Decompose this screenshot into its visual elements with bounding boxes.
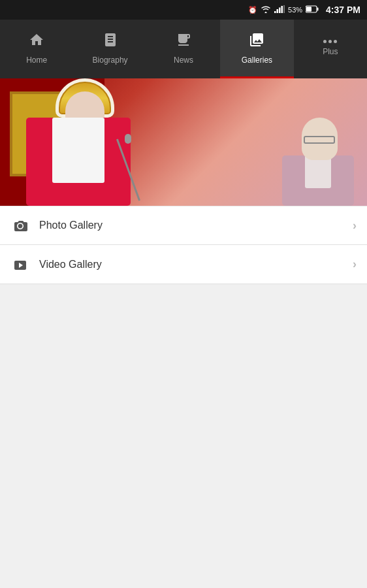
film-icon bbox=[10, 255, 30, 274]
biography-icon bbox=[103, 32, 118, 52]
gallery-list: Photo Gallery › Video Gallery › bbox=[0, 206, 367, 284]
home-icon bbox=[29, 32, 44, 52]
photo-gallery-label: Photo Gallery bbox=[39, 220, 353, 231]
svg-rect-0 bbox=[274, 11, 276, 13]
status-icons: ⏰ 53% bbox=[248, 5, 360, 15]
nav-label-news: News bbox=[174, 56, 193, 65]
alarm-icon: ⏰ bbox=[248, 6, 257, 14]
nav-label-plus: Plus bbox=[323, 47, 338, 56]
nav-label-biography: Biography bbox=[93, 56, 128, 65]
second-figure bbox=[282, 118, 354, 206]
sf-collar bbox=[305, 155, 331, 188]
svg-rect-4 bbox=[283, 5, 285, 13]
nav-item-home[interactable]: Home bbox=[0, 20, 73, 78]
camera-icon bbox=[10, 216, 30, 235]
battery-icon bbox=[306, 5, 319, 14]
nav-bar: Home Biography News Galleries bbox=[0, 20, 367, 78]
mic-head bbox=[125, 134, 131, 144]
svg-rect-1 bbox=[277, 9, 279, 13]
svg-rect-3 bbox=[281, 6, 283, 13]
hero-image bbox=[0, 78, 367, 206]
nav-item-plus[interactable]: Plus bbox=[294, 20, 367, 78]
nav-item-galleries[interactable]: Galleries bbox=[220, 20, 293, 78]
photo-gallery-item[interactable]: Photo Gallery › bbox=[0, 206, 367, 245]
plus-dots-icon bbox=[323, 40, 337, 43]
nav-item-news[interactable]: News bbox=[147, 20, 220, 78]
galleries-icon bbox=[249, 32, 264, 52]
nav-label-galleries: Galleries bbox=[242, 56, 272, 65]
news-icon bbox=[176, 32, 191, 52]
status-bar: ⏰ 53% bbox=[0, 0, 367, 20]
nav-item-biography[interactable]: Biography bbox=[73, 20, 146, 78]
nav-label-home: Home bbox=[26, 56, 47, 65]
wifi-icon bbox=[261, 5, 271, 14]
svg-rect-2 bbox=[279, 8, 281, 14]
video-gallery-chevron: › bbox=[353, 257, 357, 271]
svg-rect-6 bbox=[306, 7, 311, 12]
signal-icon bbox=[274, 5, 285, 14]
video-gallery-label: Video Gallery bbox=[39, 259, 353, 270]
photo-gallery-chevron: › bbox=[353, 219, 357, 233]
video-gallery-item[interactable]: Video Gallery › bbox=[0, 245, 367, 284]
svg-rect-7 bbox=[317, 8, 319, 11]
sf-glasses bbox=[304, 136, 335, 144]
battery-percentage: 53% bbox=[288, 6, 302, 14]
status-time: 4:37 PM bbox=[326, 5, 360, 15]
pope-white-collar bbox=[52, 118, 104, 183]
